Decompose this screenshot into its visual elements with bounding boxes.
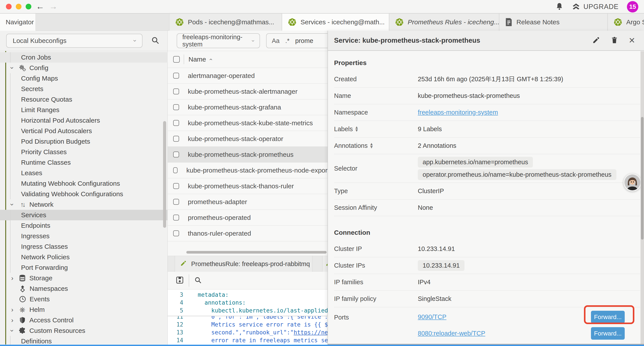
sidebar-item-cron-jobs[interactable]: Cron Jobs xyxy=(0,52,168,63)
sidebar-item-limit-ranges[interactable]: Limit Ranges xyxy=(0,105,168,115)
regex-toggle[interactable]: .* xyxy=(285,37,289,44)
row-checkbox[interactable] xyxy=(173,152,179,157)
delete-trash-icon[interactable] xyxy=(611,36,618,45)
sidebar-item-ingress-classes[interactable]: Ingress Classes xyxy=(0,241,168,252)
row-checkbox[interactable] xyxy=(173,88,179,94)
selector-chip[interactable]: app.kubernetes.io/name=prometheus xyxy=(418,157,533,168)
sidebar-item-custom-resources[interactable]: › Custom Resources xyxy=(0,326,168,336)
table-row[interactable]: kube-prometheus-stack-thanos-ruler xyxy=(168,178,328,194)
sidebar-item-namespaces[interactable]: Namespaces xyxy=(0,283,168,294)
cluster-ip-chip[interactable]: 10.233.14.91 xyxy=(418,260,464,271)
editor-tab-prometheusrule[interactable]: PrometheusRule: freeleaps-prod-rabbitmq xyxy=(175,256,312,272)
sidebar-item-endpoints[interactable]: Endpoints xyxy=(0,220,168,231)
selector-chip[interactable]: operator.prometheus.io/name=kube-prometh… xyxy=(418,169,616,180)
detail-header: Service: kube-prometheus-stack-prometheu… xyxy=(328,31,644,51)
kubeconfig-select[interactable]: Local Kubeconfigs › xyxy=(6,34,142,48)
tab-prometheus-rules[interactable]: Prometheus Rules - icecheng... xyxy=(389,13,499,31)
gear-icon xyxy=(18,64,26,72)
match-case-toggle[interactable]: Aa xyxy=(272,37,280,44)
properties-section-heading: Properties xyxy=(328,51,640,71)
save-icon[interactable] xyxy=(176,276,184,285)
row-checkbox[interactable] xyxy=(173,104,179,110)
sidebar-item-config-maps[interactable]: Config Maps xyxy=(0,73,168,84)
forward-button-8080[interactable]: Forward... xyxy=(591,327,625,340)
table-row[interactable]: kube-prometheus-stack-alertmanager xyxy=(168,84,328,99)
kubernetes-icon xyxy=(288,18,296,26)
tab-navigator[interactable]: Navigator xyxy=(0,13,36,31)
tab-release-notes[interactable]: Release Notes xyxy=(499,13,608,31)
sidebar-item-access-control[interactable]: › Access Control xyxy=(0,315,168,326)
table-row[interactable]: kube-prometheus-stack-kube-state-metrics xyxy=(168,115,328,131)
table-row[interactable]: kube-prometheus-stack-operator xyxy=(168,131,328,147)
sidebar-item-events[interactable]: Events xyxy=(0,294,168,304)
sidebar-item-port-forwarding[interactable]: Port Forwarding xyxy=(0,262,168,273)
close-panel-icon[interactable]: ✕ xyxy=(629,36,635,45)
horizontal-scrollbar[interactable] xyxy=(186,251,326,254)
sidebar-item-leases[interactable]: Leases xyxy=(0,168,168,178)
tab-argo[interactable]: Argo Se xyxy=(608,13,644,31)
row-checkbox[interactable] xyxy=(173,167,178,173)
row-checkbox[interactable] xyxy=(173,120,179,126)
port-9090-link[interactable]: 9090/TCP xyxy=(418,313,446,321)
column-header-name[interactable]: Name › xyxy=(188,56,212,63)
close-window-button[interactable] xyxy=(6,4,12,9)
table-row[interactable]: prometheus-operated xyxy=(168,210,328,226)
property-row-labels: Labels ▴▾ 9 Labels xyxy=(334,121,640,137)
sidebar-search-icon[interactable] xyxy=(151,36,160,45)
zoom-window-button[interactable] xyxy=(26,4,31,9)
forward-icon[interactable]: → xyxy=(49,2,58,11)
sidebar-item-network[interactable]: › ↑↓ Network xyxy=(0,199,168,210)
select-all-checkbox[interactable] xyxy=(173,56,180,63)
sidebar-item-horizontal-pod-autoscalers[interactable]: Horizontal Pod Autoscalers xyxy=(0,115,168,126)
table-row[interactable]: prometheus-adapter xyxy=(168,194,328,210)
yaml-editor[interactable]: 3metadata: 4annotations: 5kubectl.kubern… xyxy=(168,290,328,346)
back-icon[interactable]: ← xyxy=(36,2,44,11)
tab-pods[interactable]: Pods - icecheng@mathmas... xyxy=(169,13,282,31)
sidebar-item-config[interactable]: › Config xyxy=(0,63,168,73)
sidebar-item-ingresses[interactable]: Ingresses xyxy=(0,231,168,241)
table-row[interactable]: thanos-ruler-operated xyxy=(168,226,328,241)
filter-input[interactable]: Aa .* prome xyxy=(266,33,328,48)
sidebar-item-network-policies[interactable]: Network Policies xyxy=(0,252,168,262)
expand-annotations-icon[interactable]: ▴▾ xyxy=(370,143,373,149)
sidebar-item-runtime-classes[interactable]: Runtime Classes xyxy=(0,157,168,168)
row-checkbox[interactable] xyxy=(173,230,179,236)
avatar[interactable] xyxy=(624,173,641,191)
notifications-bell-icon[interactable] xyxy=(556,2,563,11)
forward-button-9090[interactable]: Forward... xyxy=(591,311,625,323)
upgrade-button[interactable]: UPGRADE xyxy=(572,3,618,11)
row-checkbox[interactable] xyxy=(173,199,179,205)
sidebar-item-helm[interactable]: › ⎈ Helm xyxy=(0,304,168,315)
tab-services[interactable]: Services - icecheng@math... ✕ xyxy=(282,13,389,31)
sidebar-item-storage[interactable]: › Storage xyxy=(0,273,168,283)
expand-labels-icon[interactable]: ▴▾ xyxy=(355,126,358,132)
row-checkbox[interactable] xyxy=(173,183,179,189)
sidebar-item-secrets[interactable]: Secrets xyxy=(0,84,168,94)
sidebar-item-mutating-webhook-configurations[interactable]: Mutating Webhook Configurations xyxy=(0,178,168,189)
edit-pencil-icon[interactable] xyxy=(592,36,600,45)
sidebar-item-validating-webhook-configurations[interactable]: Validating Webhook Configurations xyxy=(0,189,168,199)
table-row[interactable]: kube-prometheus-stack-prometheus-node-ex… xyxy=(168,162,328,178)
sidebar-item-vertical-pod-autoscalers[interactable]: Vertical Pod Autoscalers xyxy=(0,126,168,136)
detail-scrollbar[interactable] xyxy=(640,51,644,344)
row-checkbox[interactable] xyxy=(173,136,179,142)
minimize-window-button[interactable] xyxy=(16,4,22,9)
row-checkbox[interactable] xyxy=(173,73,179,79)
property-row-session-affinity: Session Affinity None xyxy=(334,200,640,216)
editor-search-icon[interactable] xyxy=(194,276,202,285)
table-row-selected[interactable]: kube-prometheus-stack-prometheus xyxy=(168,147,328,162)
table-row[interactable]: alertmanager-operated xyxy=(168,68,328,84)
editor-viewport: 110","for":"1m","labels":{"service":" 12… xyxy=(168,316,328,346)
sidebar-item-services[interactable]: Services xyxy=(0,210,168,220)
sidebar-scrollbar[interactable] xyxy=(163,121,166,228)
sidebar-item-priority-classes[interactable]: Priority Classes xyxy=(0,147,168,157)
sidebar-item-pod-disruption-budgets[interactable]: Pod Disruption Budgets xyxy=(0,136,168,147)
sidebar-item-resource-quotas[interactable]: Resource Quotas xyxy=(0,94,168,105)
row-checkbox[interactable] xyxy=(173,215,179,221)
port-8080-link[interactable]: 8080:reloader-web/TCP xyxy=(418,330,485,337)
table-row[interactable]: kube-prometheus-stack-grafana xyxy=(168,99,328,115)
editor-tab-fragment[interactable] xyxy=(322,256,328,272)
namespace-link[interactable]: freeleaps-monitoring-system xyxy=(418,109,498,116)
profile-badge[interactable]: 15 xyxy=(627,1,638,12)
namespace-select[interactable]: freeleaps-monitoring-system › xyxy=(177,33,260,48)
